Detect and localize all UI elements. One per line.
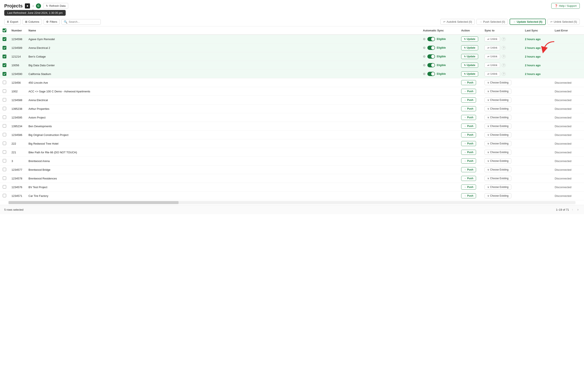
push-selected-button[interactable]: → Push Selected (0) xyxy=(476,19,508,25)
update-selected-button[interactable]: → Update Selected (5) xyxy=(510,19,546,25)
push-button[interactable]: → Push xyxy=(461,80,476,85)
push-button[interactable]: → Push xyxy=(461,89,476,94)
push-button[interactable]: → Push xyxy=(461,115,476,120)
export-button[interactable]: ⬇ Export xyxy=(4,19,21,25)
row-checkbox[interactable] xyxy=(3,176,6,180)
row-checkbox-cell[interactable] xyxy=(0,157,9,166)
row-checkbox[interactable] xyxy=(3,54,6,58)
row-checkbox-cell[interactable] xyxy=(0,122,9,130)
gear-icon[interactable]: ⚙ xyxy=(423,46,426,50)
row-checkbox[interactable] xyxy=(3,81,6,84)
unlink-selected-button[interactable]: ⇌ Unlink Selected (5) xyxy=(547,19,580,25)
row-checkbox[interactable] xyxy=(3,116,6,119)
unlink-button[interactable]: ⇌ Unlink xyxy=(485,45,500,50)
gear-icon[interactable]: ⚙ xyxy=(423,72,426,76)
unlink-button[interactable]: ⇌ Unlink xyxy=(485,71,500,76)
choose-existing-button[interactable]: ∨ Choose Existing xyxy=(485,158,511,164)
update-button[interactable]: ↻ Update xyxy=(461,63,478,68)
row-checkbox-cell[interactable] xyxy=(0,87,9,96)
refresh-button[interactable]: ↻ Refresh Data xyxy=(43,3,68,9)
row-checkbox[interactable] xyxy=(3,46,6,50)
help-circle-icon[interactable]: ? xyxy=(502,37,506,41)
select-all-checkbox[interactable] xyxy=(3,28,6,32)
choose-existing-button[interactable]: ∨ Choose Existing xyxy=(485,193,511,198)
help-button[interactable]: ❓ Help / Support xyxy=(551,3,580,9)
row-checkbox-cell[interactable] xyxy=(0,61,9,70)
row-checkbox-cell[interactable] xyxy=(0,148,9,157)
push-button[interactable]: → Push xyxy=(461,98,476,102)
help-circle-icon[interactable]: ? xyxy=(502,63,506,67)
push-button[interactable]: → Push xyxy=(461,184,476,190)
choose-existing-button[interactable]: ∨ Choose Existing xyxy=(485,141,511,146)
unlink-button[interactable]: ⇌ Unlink xyxy=(485,63,500,68)
help-circle-icon[interactable]: ? xyxy=(502,46,506,50)
row-checkbox-cell[interactable] xyxy=(0,44,9,52)
push-button[interactable]: → Push xyxy=(461,167,476,172)
choose-existing-button[interactable]: ∨ Choose Existing xyxy=(485,106,511,111)
row-checkbox[interactable] xyxy=(3,194,6,197)
row-checkbox-cell[interactable] xyxy=(0,34,9,44)
row-checkbox[interactable] xyxy=(3,185,6,188)
push-button[interactable]: → Push xyxy=(461,176,476,181)
columns-button[interactable]: ⊞ Columns xyxy=(23,19,42,25)
choose-existing-button[interactable]: ∨ Choose Existing xyxy=(485,115,511,120)
row-checkbox-cell[interactable] xyxy=(0,113,9,122)
choose-existing-button[interactable]: ∨ Choose Existing xyxy=(485,150,511,155)
prev-page-button[interactable]: ‹ xyxy=(570,207,574,212)
choose-existing-button[interactable]: ∨ Choose Existing xyxy=(485,176,511,181)
autosync-toggle[interactable] xyxy=(427,54,435,58)
update-button[interactable]: ↻ Update xyxy=(461,54,478,59)
row-checkbox[interactable] xyxy=(3,72,6,76)
scrollbar-area[interactable] xyxy=(0,200,584,205)
gear-icon[interactable]: ⚙ xyxy=(423,37,426,41)
search-wrap[interactable]: 🔍 xyxy=(61,19,101,25)
row-checkbox-cell[interactable] xyxy=(0,70,9,78)
horizontal-scrollbar[interactable] xyxy=(9,201,575,204)
row-checkbox-cell[interactable] xyxy=(0,183,9,192)
select-all-header[interactable] xyxy=(0,26,9,34)
push-button[interactable]: → Push xyxy=(461,124,476,129)
filters-button[interactable]: ⚙ Filters xyxy=(44,19,60,25)
choose-existing-button[interactable]: ∨ Choose Existing xyxy=(485,184,511,190)
row-checkbox[interactable] xyxy=(3,159,6,162)
push-button[interactable]: → Push xyxy=(461,150,476,155)
search-input[interactable] xyxy=(69,20,98,23)
row-checkbox[interactable] xyxy=(3,90,6,93)
choose-existing-button[interactable]: ∨ Choose Existing xyxy=(485,124,511,129)
autosync-toggle[interactable] xyxy=(427,63,435,67)
row-checkbox[interactable] xyxy=(3,124,6,128)
row-checkbox[interactable] xyxy=(3,107,6,110)
autolink-button[interactable]: ⇌ Autolink Selected (0) xyxy=(440,19,475,25)
row-checkbox-cell[interactable] xyxy=(0,130,9,139)
update-button[interactable]: ↻ Update xyxy=(461,36,478,42)
gear-icon[interactable]: ⚙ xyxy=(423,64,426,67)
scrollbar-thumb[interactable] xyxy=(9,201,178,204)
choose-existing-button[interactable]: ∨ Choose Existing xyxy=(485,89,511,94)
choose-existing-button[interactable]: ∨ Choose Existing xyxy=(485,80,511,85)
row-checkbox-cell[interactable] xyxy=(0,78,9,87)
autosync-toggle[interactable] xyxy=(427,46,435,50)
push-button[interactable]: → Push xyxy=(461,141,476,146)
unlink-button[interactable]: ⇌ Unlink xyxy=(485,36,500,42)
push-button[interactable]: → Push xyxy=(461,158,476,164)
row-checkbox-cell[interactable] xyxy=(0,192,9,200)
row-checkbox-cell[interactable] xyxy=(0,174,9,183)
row-checkbox[interactable] xyxy=(3,37,6,41)
choose-existing-button[interactable]: ∨ Choose Existing xyxy=(485,98,511,102)
choose-existing-button[interactable]: ∨ Choose Existing xyxy=(485,167,511,172)
next-page-button[interactable]: › xyxy=(576,207,580,212)
row-checkbox[interactable] xyxy=(3,63,6,67)
update-button[interactable]: ↻ Update xyxy=(461,71,478,76)
autosync-toggle[interactable] xyxy=(427,37,435,41)
row-checkbox[interactable] xyxy=(3,150,6,154)
help-circle-icon[interactable]: ? xyxy=(502,72,506,76)
help-circle-icon[interactable]: ? xyxy=(502,54,506,58)
row-checkbox-cell[interactable] xyxy=(0,139,9,148)
gear-icon[interactable]: ⚙ xyxy=(423,55,426,58)
choose-existing-button[interactable]: ∨ Choose Existing xyxy=(485,132,511,138)
row-checkbox-cell[interactable] xyxy=(0,52,9,61)
row-checkbox[interactable] xyxy=(3,168,6,171)
row-checkbox[interactable] xyxy=(3,98,6,102)
push-button[interactable]: → Push xyxy=(461,106,476,111)
push-button[interactable]: → Push xyxy=(461,193,476,198)
